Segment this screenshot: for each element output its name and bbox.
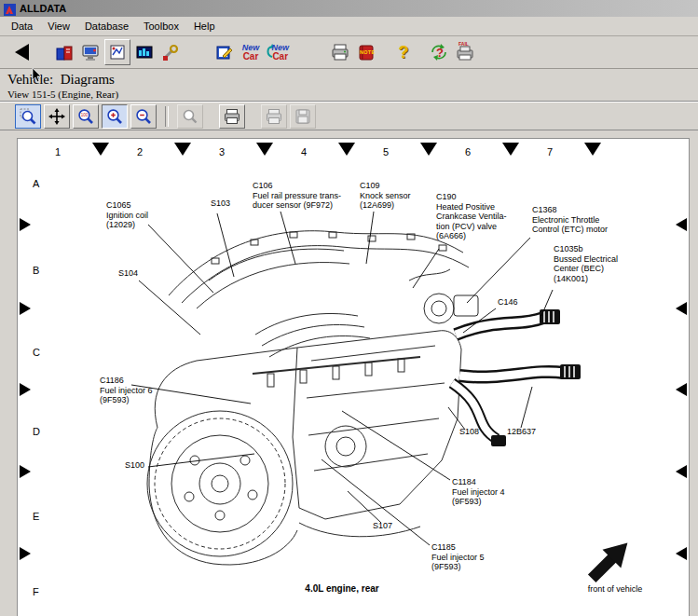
notebook-button[interactable] xyxy=(212,40,237,64)
page-subtitle: View 151-5 (Engine, Rear) xyxy=(7,89,698,100)
viewer-toolbar: 100 xyxy=(0,102,698,130)
meter-button[interactable] xyxy=(132,40,157,64)
book-pencil-icon xyxy=(214,42,235,62)
new-car-button[interactable]: New Car xyxy=(239,40,263,64)
menu-help[interactable]: Help xyxy=(186,19,223,34)
mouse-cursor xyxy=(32,67,43,84)
front-of-vehicle-label: front of vehicle xyxy=(573,584,657,594)
grid-row-label: A xyxy=(33,178,39,189)
grid-row-label: C xyxy=(33,347,40,358)
grid-left-marker xyxy=(20,547,31,560)
new-car-return-button[interactable]: New Car xyxy=(265,40,289,64)
grid-top-marker xyxy=(338,143,355,156)
callout-s108: S108 xyxy=(459,427,479,437)
callout-c1368: C1368 Electronic Throttle Control (ETC) … xyxy=(532,205,608,235)
menu-view[interactable]: View xyxy=(40,19,77,34)
books-icon xyxy=(54,42,75,62)
grid-right-marker xyxy=(676,218,687,231)
new-car-icon: New Car xyxy=(242,44,260,62)
grid-row-label: F xyxy=(33,586,39,597)
diagram-page: 1 2 3 4 5 6 7 A B C D E F xyxy=(17,138,690,616)
zoom-window-button[interactable] xyxy=(177,104,203,129)
callout-s103: S103 xyxy=(211,198,230,209)
zoom-region-button[interactable] xyxy=(15,104,41,129)
fail-label: FAIL xyxy=(458,41,469,47)
window-title: ALLDATA xyxy=(20,3,66,14)
print-button[interactable] xyxy=(328,40,352,64)
meter-icon xyxy=(134,42,155,62)
callout-s100: S100 xyxy=(125,460,144,471)
back-arrow-icon xyxy=(15,44,29,61)
zoom-out-button[interactable] xyxy=(130,104,157,129)
alldata-window: ALLDATA Data View Database Toolbox Help xyxy=(0,0,698,616)
callout-c106: C106 Fuel rail pressure trans- ducer sen… xyxy=(253,181,341,211)
callout-c109: C109 Knock sensor (12A699) xyxy=(360,181,411,211)
fail-report-button[interactable]: FAIL xyxy=(453,40,477,64)
menu-toolbox[interactable]: Toolbox xyxy=(136,19,186,34)
monitor-button[interactable] xyxy=(78,40,103,64)
diagram-caption: 4.0L engine, rear xyxy=(267,583,417,594)
callout-c1065: C1065 Ignition coil (12029) xyxy=(106,200,148,230)
zoom-disabled-icon xyxy=(181,107,199,126)
save-diagram-button[interactable] xyxy=(290,104,316,129)
grid-right-marker xyxy=(676,383,687,396)
help-button[interactable]: ? xyxy=(391,40,416,64)
grid-right-marker xyxy=(676,302,687,315)
help-icon: ? xyxy=(399,44,409,61)
grid-top-marker xyxy=(256,143,273,156)
zoom-out-icon xyxy=(134,107,153,126)
grid-column-label: 3 xyxy=(219,146,225,157)
new-car-icon: New Car xyxy=(271,44,289,62)
callout-c190: C190 Heated Positive Crankcase Ventila- … xyxy=(436,192,507,241)
note-label: NOTE xyxy=(360,49,375,55)
svg-text:100: 100 xyxy=(81,113,89,117)
grid-column-label: 2 xyxy=(137,146,143,157)
search-again-button[interactable]: ? xyxy=(427,40,451,64)
menu-data[interactable]: Data xyxy=(4,19,40,34)
zoom-100-button[interactable]: 100 xyxy=(73,104,99,129)
toolbar-separator xyxy=(165,106,169,127)
hoses xyxy=(452,318,564,439)
pan-button[interactable] xyxy=(44,104,70,129)
grid-left-marker xyxy=(20,302,31,315)
diagram-tool-button[interactable] xyxy=(104,39,130,65)
grid-row-label: B xyxy=(33,265,39,276)
callout-12b637: 12B637 xyxy=(507,427,536,437)
page-title: Vehicle: Diagrams xyxy=(7,72,698,88)
grid-right-marker xyxy=(676,547,687,560)
print-diagram-button[interactable] xyxy=(219,104,245,129)
front-of-vehicle-arrow xyxy=(582,534,636,588)
back-button[interactable] xyxy=(9,40,34,64)
engine-sketch xyxy=(147,231,478,565)
grid-top-marker xyxy=(420,143,437,156)
zoom-region-icon xyxy=(19,107,37,126)
callout-c1185: C1185 Fuel injector 5 (9F593) xyxy=(431,542,485,572)
callout-s104: S104 xyxy=(118,268,138,279)
callout-c146: C146 xyxy=(498,297,518,308)
printer-icon xyxy=(223,107,241,126)
tools-button[interactable] xyxy=(158,40,183,64)
grid-top-marker xyxy=(174,143,191,156)
zoom-100-icon: 100 xyxy=(76,107,95,126)
vehicle-catalog-button[interactable] xyxy=(52,40,76,64)
grid-right-marker xyxy=(676,465,687,478)
grid-row-label: E xyxy=(33,511,39,522)
menu-database[interactable]: Database xyxy=(77,19,136,34)
research-question-icon: ? xyxy=(436,46,444,60)
app-icon xyxy=(4,3,16,15)
printer-icon xyxy=(330,42,350,62)
titlebar[interactable]: ALLDATA xyxy=(0,0,698,17)
main-toolbar: New Car New Car xyxy=(0,36,698,69)
grid-left-marker xyxy=(20,218,31,231)
wrench-icon xyxy=(160,42,181,62)
callout-c1035b: C1035b Bussed Electrical Center (BEC) (1… xyxy=(554,244,618,283)
callout-c1184: C1184 Fuel injector 4 (9F593) xyxy=(452,477,505,507)
save-disabled-icon xyxy=(294,107,312,126)
diagram-viewport[interactable]: 1 2 3 4 5 6 7 A B C D E F xyxy=(0,130,698,616)
grid-left-marker xyxy=(20,465,31,478)
zoom-in-icon xyxy=(105,107,124,126)
grid-left-marker xyxy=(20,383,31,396)
note-button[interactable]: NOTE xyxy=(354,40,378,64)
zoom-in-button[interactable] xyxy=(102,104,128,129)
copy-diagram-button[interactable] xyxy=(261,104,287,129)
